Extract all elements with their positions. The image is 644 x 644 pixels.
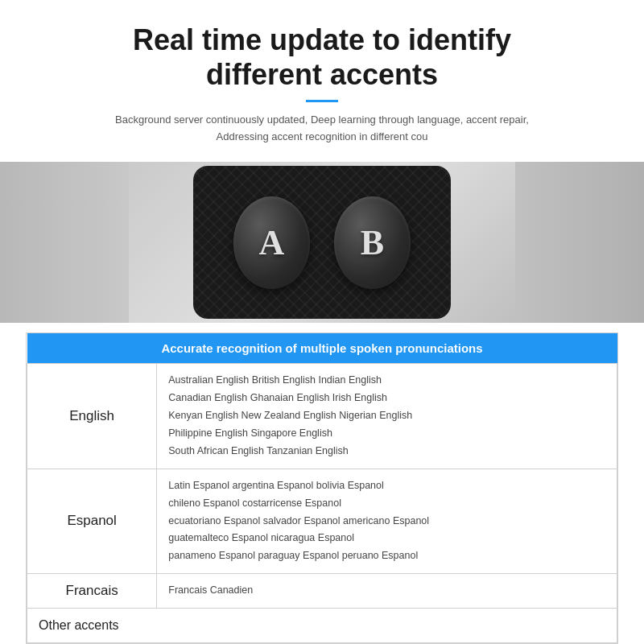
english-dialects: Australian English British English India… xyxy=(157,364,617,469)
table-row-english: English Australian English British Engli… xyxy=(27,364,617,469)
subtitle-text: Background server continuously updated, … xyxy=(97,112,547,146)
button-a-label: A xyxy=(259,222,285,263)
accent-table-section: Accurate recognition of multiple spoken … xyxy=(26,332,618,644)
page-wrapper: Real time update to identify different a… xyxy=(0,0,644,644)
table-header-cell: Accurate recognition of multiple spoken … xyxy=(27,333,617,364)
side-panel-left xyxy=(0,162,129,323)
button-a[interactable]: A xyxy=(233,196,310,289)
table-row-francais: Francais Francais Canadien xyxy=(27,574,617,609)
table-row-other: Other accents xyxy=(27,609,617,643)
button-b[interactable]: B xyxy=(334,196,411,289)
language-francais: Francais xyxy=(27,574,157,609)
side-panel-right xyxy=(515,162,644,323)
device-body: A B xyxy=(193,166,451,319)
espanol-dialects: Latin Espanol argentina Espanol bolivia … xyxy=(157,469,617,573)
header-section: Real time update to identify different a… xyxy=(0,0,644,154)
language-english: English xyxy=(27,364,157,469)
main-title: Real time update to identify different a… xyxy=(48,23,596,92)
device-section: A B xyxy=(0,162,644,323)
accent-table: Accurate recognition of multiple spoken … xyxy=(27,333,617,643)
title-divider xyxy=(306,100,338,102)
other-accents-label: Other accents xyxy=(27,609,617,643)
button-b-label: B xyxy=(361,222,384,263)
table-row-espanol: Espanol Latin Espanol argentina Espanol … xyxy=(27,469,617,573)
francais-dialects: Francais Canadien xyxy=(157,574,617,609)
language-espanol: Espanol xyxy=(27,469,157,573)
table-header-row: Accurate recognition of multiple spoken … xyxy=(27,333,617,364)
